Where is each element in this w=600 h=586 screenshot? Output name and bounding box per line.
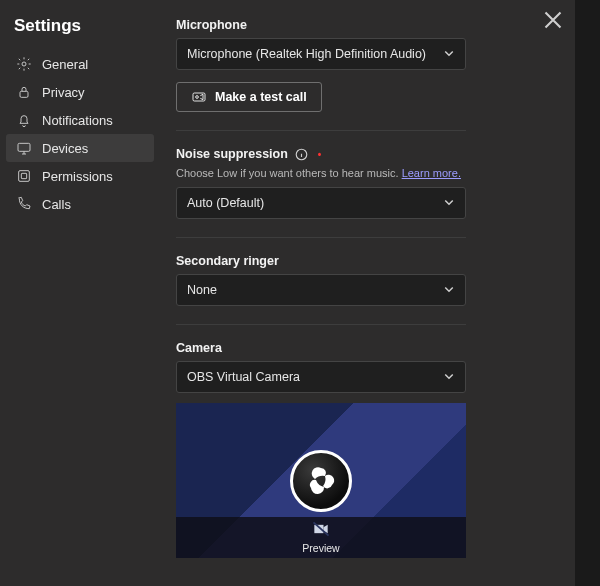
noise-suppression-label: Noise suppression •	[176, 147, 553, 161]
svg-rect-3	[19, 171, 30, 182]
sidebar-item-notifications[interactable]: Notifications	[6, 106, 154, 134]
svg-rect-4	[21, 173, 26, 178]
preview-footer: Preview	[176, 517, 466, 558]
preview-label: Preview	[176, 542, 466, 554]
section-divider	[176, 324, 466, 325]
sidebar-item-label: Privacy	[42, 85, 85, 100]
camera-dropdown[interactable]: OBS Virtual Camera	[176, 361, 466, 393]
microphone-dropdown[interactable]: Microphone (Realtek High Definition Audi…	[176, 38, 466, 70]
info-icon[interactable]	[295, 148, 308, 161]
settings-title: Settings	[6, 10, 154, 50]
background-strip	[575, 0, 600, 586]
make-test-call-button[interactable]: Make a test call	[176, 82, 322, 112]
svg-rect-1	[20, 91, 28, 97]
camera-off-icon	[311, 525, 331, 542]
svg-rect-2	[18, 143, 30, 151]
noise-suppression-dropdown[interactable]: Auto (Default)	[176, 187, 466, 219]
monitor-icon	[16, 140, 32, 156]
notification-dot: •	[318, 149, 322, 160]
noise-suppression-sub: Choose Low if you want others to hear mu…	[176, 167, 553, 179]
sidebar-item-label: Notifications	[42, 113, 113, 128]
chevron-down-icon	[443, 47, 455, 62]
close-button[interactable]	[541, 8, 565, 32]
section-divider	[176, 237, 466, 238]
sidebar-item-label: Permissions	[42, 169, 113, 184]
chevron-down-icon	[443, 283, 455, 298]
sidebar-item-calls[interactable]: Calls	[6, 190, 154, 218]
camera-label: Camera	[176, 341, 553, 355]
noise-suppression-value: Auto (Default)	[187, 196, 264, 210]
sidebar-item-label: Calls	[42, 197, 71, 212]
secondary-ringer-label: Secondary ringer	[176, 254, 553, 268]
test-call-icon	[191, 89, 207, 105]
microphone-label: Microphone	[176, 18, 553, 32]
svg-point-6	[196, 96, 199, 99]
secondary-ringer-dropdown[interactable]: None	[176, 274, 466, 306]
sidebar-item-general[interactable]: General	[6, 50, 154, 78]
settings-sidebar: Settings General Privacy Notifications D…	[0, 0, 160, 586]
sidebar-item-devices[interactable]: Devices	[6, 134, 154, 162]
chevron-down-icon	[443, 196, 455, 211]
camera-value: OBS Virtual Camera	[187, 370, 300, 384]
sidebar-item-permissions[interactable]: Permissions	[6, 162, 154, 190]
sidebar-item-label: General	[42, 57, 88, 72]
section-divider	[176, 130, 466, 131]
lock-icon	[16, 84, 32, 100]
permissions-icon	[16, 168, 32, 184]
secondary-ringer-value: None	[187, 283, 217, 297]
bell-icon	[16, 112, 32, 128]
test-call-label: Make a test call	[215, 90, 307, 104]
sidebar-item-privacy[interactable]: Privacy	[6, 78, 154, 106]
camera-preview: Preview	[176, 403, 466, 558]
phone-icon	[16, 196, 32, 212]
gear-icon	[16, 56, 32, 72]
chevron-down-icon	[443, 370, 455, 385]
sidebar-item-label: Devices	[42, 141, 88, 156]
close-icon	[541, 8, 565, 32]
settings-content: Microphone Microphone (Realtek High Defi…	[160, 0, 575, 586]
microphone-value: Microphone (Realtek High Definition Audi…	[187, 47, 426, 61]
learn-more-link[interactable]: Learn more.	[402, 167, 461, 179]
obs-logo-icon	[290, 450, 352, 512]
svg-point-0	[22, 62, 26, 66]
